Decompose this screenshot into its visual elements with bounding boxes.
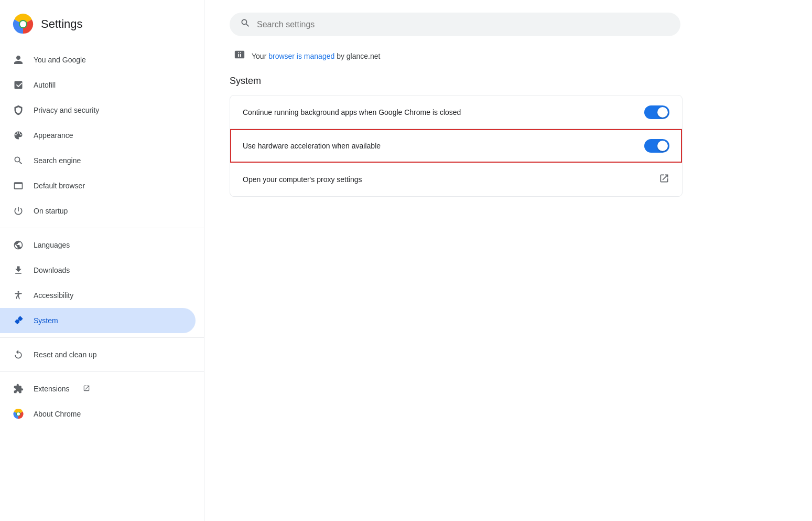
sidebar-item-downloads[interactable]: Downloads (0, 258, 196, 283)
accessibility-icon (13, 290, 24, 301)
external-link-icon (659, 173, 669, 186)
search-icon (13, 155, 24, 166)
svg-point-2 (20, 21, 26, 27)
download-icon (13, 264, 24, 276)
sidebar-item-privacy-security[interactable]: Privacy and security (0, 98, 196, 123)
sidebar-label-about-chrome: About Chrome (34, 410, 81, 418)
content-area: Your browser is managed by glance.net Sy… (204, 45, 708, 218)
sidebar-label-on-startup: On startup (34, 207, 68, 215)
main-content: Your browser is managed by glance.net Sy… (204, 0, 812, 521)
sidebar-label-default-browser: Default browser (34, 182, 85, 190)
proxy-settings-label: Open your computer's proxy settings (243, 175, 362, 184)
sidebar-label-reset-cleanup: Reset and clean up (34, 350, 97, 359)
sidebar-item-on-startup[interactable]: On startup (0, 198, 196, 224)
svg-point-5 (17, 412, 20, 416)
setting-row-proxy-settings[interactable]: Open your computer's proxy settings (230, 163, 682, 196)
search-bar[interactable] (230, 13, 680, 36)
extensions-icon (13, 383, 24, 395)
sidebar-item-you-and-google[interactable]: You and Google (0, 47, 196, 72)
palette-icon (13, 130, 24, 141)
sidebar-item-accessibility[interactable]: Accessibility (0, 283, 196, 308)
managed-browser-icon (234, 49, 245, 63)
search-bar-icon (240, 18, 251, 31)
hardware-acceleration-toggle[interactable] (644, 139, 669, 153)
setting-row-hardware-acceleration: Use hardware acceleration when available (230, 129, 682, 163)
sidebar-divider-2 (0, 337, 204, 338)
person-icon (13, 54, 24, 66)
sidebar-item-system[interactable]: System (0, 308, 196, 333)
hardware-acceleration-label: Use hardware acceleration when available (243, 142, 381, 150)
search-input[interactable] (257, 20, 670, 29)
settings-card: Continue running background apps when Go… (230, 95, 683, 197)
sidebar-label-privacy-security: Privacy and security (34, 106, 99, 114)
background-apps-label: Continue running background apps when Go… (243, 108, 461, 116)
sidebar-item-autofill[interactable]: Autofill (0, 72, 196, 98)
sidebar-item-extensions[interactable]: Extensions (0, 376, 196, 401)
sidebar-navigation: You and Google Autofill Privacy and secu… (0, 47, 204, 427)
sidebar-item-default-browser[interactable]: Default browser (0, 173, 196, 198)
hardware-acceleration-thumb (657, 141, 668, 151)
power-icon (13, 205, 24, 217)
globe-icon (13, 239, 24, 251)
shield-icon (13, 104, 24, 116)
sidebar-label-you-and-google: You and Google (34, 56, 86, 64)
search-bar-wrapper (204, 0, 812, 45)
chrome-logo-icon (13, 14, 34, 35)
sidebar-item-about-chrome[interactable]: About Chrome (0, 401, 196, 427)
settings-title: Settings (41, 17, 83, 31)
sidebar-label-search-engine: Search engine (34, 156, 81, 165)
sidebar-label-system: System (34, 316, 58, 325)
svg-point-3 (17, 291, 19, 293)
sidebar-label-languages: Languages (34, 241, 70, 249)
setting-row-background-apps: Continue running background apps when Go… (230, 95, 682, 129)
managed-notice-text: Your browser is managed by glance.net (252, 52, 380, 60)
sidebar-item-reset-cleanup[interactable]: Reset and clean up (0, 342, 196, 367)
sidebar-label-autofill: Autofill (34, 81, 56, 89)
background-apps-toggle[interactable] (644, 105, 669, 119)
autofill-icon (13, 79, 24, 91)
sidebar-item-appearance[interactable]: Appearance (0, 123, 196, 148)
managed-notice: Your browser is managed by glance.net (230, 49, 683, 63)
reset-icon (13, 349, 24, 360)
sidebar: Settings You and Google Autofill Privacy… (0, 0, 204, 521)
sidebar-header: Settings (0, 8, 204, 47)
section-title: System (230, 76, 683, 87)
about-chrome-icon (13, 408, 24, 420)
sidebar-divider-1 (0, 228, 204, 228)
sidebar-label-appearance: Appearance (34, 131, 73, 140)
browser-icon (13, 180, 24, 192)
sidebar-item-search-engine[interactable]: Search engine (0, 148, 196, 173)
sidebar-item-languages[interactable]: Languages (0, 232, 196, 258)
sidebar-label-downloads: Downloads (34, 266, 70, 274)
sidebar-label-accessibility: Accessibility (34, 291, 73, 300)
extensions-external-icon (83, 385, 90, 394)
managed-link[interactable]: browser is managed (268, 52, 334, 60)
sidebar-divider-3 (0, 371, 204, 372)
background-apps-thumb (657, 107, 668, 118)
wrench-icon (13, 315, 24, 326)
sidebar-label-extensions: Extensions (34, 385, 69, 393)
